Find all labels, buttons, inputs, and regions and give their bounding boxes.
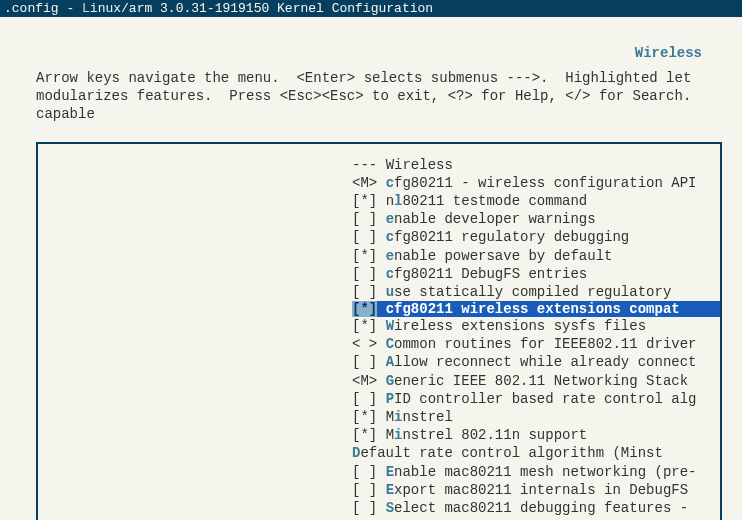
checkbox-prefix[interactable]: [*] xyxy=(352,248,377,264)
item-label: llow reconnect while already connect xyxy=(394,354,696,370)
title-rest: inux/arm 3.0.31-1919150 Kernel Configura… xyxy=(90,1,433,16)
checkbox-prefix[interactable]: < > xyxy=(352,336,377,352)
item-label: fg80211 DebugFS entries xyxy=(394,266,587,282)
checkbox-prefix[interactable]: [ ] xyxy=(352,211,377,227)
hotkey: e xyxy=(386,211,394,227)
menu-item[interactable]: [ ] use statically compiled regulatory xyxy=(352,283,720,301)
checkbox-prefix[interactable]: [*] xyxy=(352,193,377,209)
menu-item[interactable]: [*] nl80211 testmode command xyxy=(352,192,720,210)
hotkey: u xyxy=(386,284,394,300)
checkbox-prefix[interactable]: [ ] xyxy=(352,229,377,245)
hotkey: c xyxy=(386,229,394,245)
menu-item-selected[interactable]: [*] cfg80211 wireless extensions compat xyxy=(352,301,720,317)
item-label: ID controller based rate control alg xyxy=(394,391,696,407)
menu-item[interactable]: [ ] Allow reconnect while already connec… xyxy=(352,353,720,371)
item-label: 80211 testmode command xyxy=(402,193,587,209)
checkbox-prefix[interactable]: [ ] xyxy=(352,391,377,407)
item-label: elect mac80211 debugging features - xyxy=(394,500,688,516)
item-label: se statically compiled regulatory xyxy=(394,284,671,300)
menu-item[interactable]: [*] Minstrel xyxy=(352,408,720,426)
menu-item[interactable]: [ ] PID controller based rate control al… xyxy=(352,390,720,408)
menu-header: --- Wireless xyxy=(352,156,720,174)
section-label: Wireless xyxy=(0,45,742,61)
menu-item[interactable]: [ ] Select mac80211 debugging features - xyxy=(352,499,720,517)
menu-item[interactable]: [ ] cfg80211 DebugFS entries xyxy=(352,265,720,283)
checkbox-prefix[interactable]: <M> xyxy=(352,373,377,389)
title-highlight: L xyxy=(82,1,90,16)
menu-item[interactable]: [ ] Export mac80211 internals in DebugFS xyxy=(352,481,720,499)
item-label: ireless extensions sysfs files xyxy=(394,318,646,334)
title-bar: .config - Linux/arm 3.0.31-1919150 Kerne… xyxy=(0,0,742,17)
item-label: nstrel xyxy=(402,409,452,425)
item-label: fg80211 - wireless configuration API xyxy=(394,175,696,191)
hotkey: S xyxy=(386,500,394,516)
checkbox-prefix[interactable]: [ ] xyxy=(352,482,377,498)
hotkey: W xyxy=(386,318,394,334)
menu-item[interactable]: Default rate control algorithm (Minst xyxy=(352,444,720,462)
menu-item[interactable]: <M> Generic IEEE 802.11 Networking Stack xyxy=(352,372,720,390)
hotkey: E xyxy=(386,464,394,480)
hotkey: c xyxy=(386,175,394,191)
checkbox-selected[interactable]: [*] xyxy=(352,301,377,317)
menu-frame: --- Wireless <M> cfg80211 - wireless con… xyxy=(36,142,722,520)
menu-item[interactable]: < > Common routines for IEEE802.11 drive… xyxy=(352,335,720,353)
hotkey: A xyxy=(386,354,394,370)
checkbox-prefix[interactable]: [ ] xyxy=(352,354,377,370)
hotkey: C xyxy=(386,336,394,352)
menu-item[interactable]: <M> cfg80211 - wireless configuration AP… xyxy=(352,174,720,192)
menu-item[interactable]: [ ] cfg80211 regulatory debugging xyxy=(352,228,720,246)
item-label: nable developer warnings xyxy=(394,211,596,227)
item-label: eneric IEEE 802.11 Networking Stack xyxy=(394,373,688,389)
item-label: nable powersave by default xyxy=(394,248,612,264)
menu-item[interactable]: [*] Minstrel 802.11n support xyxy=(352,426,720,444)
checkbox-prefix[interactable]: [*] xyxy=(352,409,377,425)
help-text: Arrow keys navigate the menu. <Enter> se… xyxy=(0,61,742,126)
menu-content[interactable]: --- Wireless <M> cfg80211 - wireless con… xyxy=(38,156,720,518)
hotkey: E xyxy=(386,482,394,498)
checkbox-prefix[interactable]: [ ] xyxy=(352,500,377,516)
hotkey: e xyxy=(386,248,394,264)
item-label: nstrel 802.11n support xyxy=(402,427,587,443)
checkbox-prefix[interactable]: [*] xyxy=(352,318,377,334)
title-prefix: .config - xyxy=(4,1,82,16)
hotkey: c xyxy=(386,266,394,282)
checkbox-prefix[interactable]: <M> xyxy=(352,175,377,191)
checkbox-prefix[interactable]: [ ] xyxy=(352,284,377,300)
item-label: ommon routines for IEEE802.11 driver xyxy=(394,336,696,352)
checkbox-prefix[interactable]: [ ] xyxy=(352,464,377,480)
item-label: nable mac80211 mesh networking (pre- xyxy=(394,464,696,480)
menu-item[interactable]: [*] enable powersave by default xyxy=(352,247,720,265)
menu-item[interactable]: [ ] Enable mac80211 mesh networking (pre… xyxy=(352,463,720,481)
menu-item[interactable]: [ ] enable developer warnings xyxy=(352,210,720,228)
hotkey: G xyxy=(386,373,394,389)
item-label: efault rate control algorithm (Minst xyxy=(360,445,662,461)
checkbox-prefix[interactable]: [*] xyxy=(352,427,377,443)
item-label: xport mac80211 internals in DebugFS xyxy=(394,482,688,498)
menu-item[interactable]: [*] Wireless extensions sysfs files xyxy=(352,317,720,335)
hotkey: P xyxy=(386,391,394,407)
item-label: fg80211 regulatory debugging xyxy=(394,229,629,245)
checkbox-prefix[interactable]: [ ] xyxy=(352,266,377,282)
